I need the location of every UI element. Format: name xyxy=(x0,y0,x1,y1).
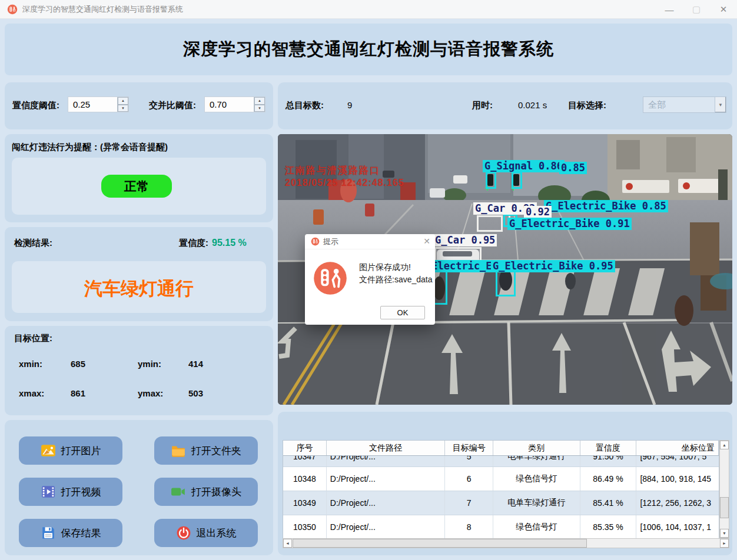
folder-icon xyxy=(171,443,186,458)
detection-label: G_Electric_Bike 0.91 xyxy=(507,218,632,230)
vertical-scrollbar[interactable]: ▲ ▼ xyxy=(719,440,729,538)
conf-threshold-label: 置信度阈值: xyxy=(12,100,59,111)
conf-threshold-spinbox[interactable]: 0.25 ▲▼ xyxy=(68,96,129,112)
horizontal-scroll-thumb[interactable] xyxy=(293,539,587,548)
dialog-message: 图片保存成功! 文件路径:save_data xyxy=(359,261,433,286)
detection-label: 0.92 xyxy=(524,206,552,218)
position-heading: 目标位置: xyxy=(14,333,52,344)
cell-coords: [1212, 256, 1262, 3 xyxy=(636,491,719,515)
results-table: 序号 文件路径 目标编号 类别 置信度 坐标位置 10347 D:/Projec… xyxy=(283,440,719,539)
cell-index: 10348 xyxy=(283,467,327,491)
iou-threshold-spinbox[interactable]: 0.70 ▲▼ xyxy=(204,96,265,112)
detection-label: G_Car 0.95 xyxy=(433,234,497,246)
spin-down-icon[interactable]: ▼ xyxy=(254,105,265,112)
results-table-panel: 序号 文件路径 目标编号 类别 置信度 坐标位置 10347 D:/Projec… xyxy=(278,412,732,555)
dialog-title: 提示 xyxy=(323,236,338,247)
cell-category: 电单车绿灯通行 xyxy=(493,456,580,467)
xmax-label: xmax: xyxy=(19,388,44,398)
total-targets-label: 总目标数: xyxy=(285,100,324,111)
chevron-down-icon[interactable]: ▼ xyxy=(715,97,726,112)
open-folder-button[interactable]: 打开文件夹 xyxy=(154,436,258,465)
target-select-value: 全部 xyxy=(643,97,715,112)
alert-panel: 闯红灯违法行为提醒：(异常会语音提醒) 正常 xyxy=(5,134,273,222)
col-header-category[interactable]: 类别 xyxy=(493,441,580,455)
xmin-value: 685 xyxy=(71,359,85,369)
scroll-right-icon[interactable]: ► xyxy=(720,539,729,548)
camera-location-overlay: 江南路与漕溪路路口 xyxy=(285,165,380,177)
iou-threshold-value[interactable]: 0.70 xyxy=(205,97,254,112)
dialog-logo-icon xyxy=(311,237,320,246)
cell-coords: [967, 554, 1007, 5 xyxy=(636,456,719,467)
open-video-button[interactable]: 打开视频 xyxy=(19,478,122,506)
confidence-value: 95.15 % xyxy=(212,238,247,248)
elapsed-time-value: 0.021 s xyxy=(518,100,547,110)
app-logo-icon xyxy=(7,4,18,15)
video-icon xyxy=(41,484,56,499)
page-title: 深度学习的智慧交通闯红灯检测与语音报警系统 xyxy=(183,38,554,61)
col-header-target-id[interactable]: 目标编号 xyxy=(445,441,493,455)
table-row[interactable]: 10350 D:/Project/... 8 绿色信号灯 85.35 % [10… xyxy=(283,515,719,539)
alert-status-badge: 正常 xyxy=(101,175,172,198)
cell-category: 绿色信号灯 xyxy=(493,515,580,539)
save-results-button[interactable]: 保存结果 xyxy=(19,519,122,547)
cell-index: 10347 xyxy=(283,456,327,467)
table-row[interactable]: 10347 D:/Project/... 5 电单车绿灯通行 91.50 % [… xyxy=(283,456,719,467)
window-title: 深度学习的智慧交通闯红灯检测与语音报警系统 xyxy=(22,4,183,15)
cell-target-id: 5 xyxy=(445,456,493,467)
cell-index: 10350 xyxy=(283,515,327,539)
spin-up-icon[interactable]: ▲ xyxy=(118,97,128,105)
image-icon xyxy=(41,443,56,458)
detection-box-car xyxy=(477,215,503,232)
iou-threshold-label: 交并比阈值: xyxy=(149,100,196,111)
col-header-confidence[interactable]: 置信度 xyxy=(580,441,637,455)
maximize-button[interactable]: ▢ xyxy=(683,0,710,19)
spin-down-icon[interactable]: ▼ xyxy=(118,105,128,112)
conf-threshold-value[interactable]: 0.25 xyxy=(68,97,117,112)
ok-button[interactable]: OK xyxy=(380,306,425,319)
dialog-close-icon[interactable]: ✕ xyxy=(423,236,430,246)
minimize-button[interactable]: — xyxy=(656,0,683,19)
scroll-left-icon[interactable]: ◄ xyxy=(283,539,292,548)
power-icon xyxy=(176,525,191,541)
stats-panel: 总目标数: 9 用时: 0.021 s 目标选择: 全部 ▼ xyxy=(278,82,732,129)
col-header-coords[interactable]: 坐标位置 xyxy=(636,441,719,455)
target-select-dropdown[interactable]: 全部 ▼ xyxy=(643,96,726,113)
header-banner: 深度学习的智慧交通闯红灯检测与语音报警系统 xyxy=(5,24,732,75)
table-row[interactable]: 10348 D:/Project/... 6 绿色信号灯 86.49 % [88… xyxy=(283,467,719,491)
horizontal-scrollbar[interactable]: ◄ ► xyxy=(283,538,729,548)
cell-coords: [1006, 104, 1037, 1 xyxy=(636,515,719,539)
table-row[interactable]: 10349 D:/Project/... 7 电单车绿灯通行 85.41 % [… xyxy=(283,491,719,515)
exit-system-button[interactable]: 退出系统 xyxy=(154,519,258,547)
close-button[interactable]: ✕ xyxy=(710,0,737,19)
ymax-value: 503 xyxy=(188,388,203,398)
dialog-message-line1: 图片保存成功! xyxy=(359,261,433,274)
cell-confidence: 91.50 % xyxy=(580,456,637,467)
col-header-filepath[interactable]: 文件路径 xyxy=(327,441,445,455)
actions-panel: 打开图片 打开文件夹 打开视频 打开摄像头 保存结果 xyxy=(5,420,273,555)
cell-confidence: 86.49 % xyxy=(580,467,637,491)
detection-label: G_Electric_Bike 0.95 xyxy=(491,260,615,272)
detection-label: G_Electric_Bike 0.85 xyxy=(544,200,668,212)
vertical-scroll-thumb[interactable] xyxy=(720,497,729,518)
open-image-label: 打开图片 xyxy=(61,444,101,458)
open-image-button[interactable]: 打开图片 xyxy=(19,436,122,465)
result-text-area: 汽车绿灯通行 xyxy=(12,261,266,313)
ymin-value: 414 xyxy=(188,359,203,369)
position-panel: 目标位置: xmin: 685 ymin: 414 xmax: 861 ymax… xyxy=(5,326,273,415)
cell-target-id: 6 xyxy=(445,467,493,491)
scroll-down-icon[interactable]: ▼ xyxy=(720,529,729,538)
scroll-up-icon[interactable]: ▲ xyxy=(720,441,729,449)
camera-timestamp-overlay: 2018/05/25 12:42:48.165 xyxy=(285,178,404,188)
message-dialog: 提示 ✕ 图片保存成功! 文件路径:save_data OK xyxy=(305,234,435,325)
result-text: 汽车绿灯通行 xyxy=(12,276,266,301)
result-label: 检测结果: xyxy=(14,238,52,249)
confidence-label: 置信度: xyxy=(179,238,208,249)
spin-up-icon[interactable]: ▲ xyxy=(254,97,265,105)
open-camera-button[interactable]: 打开摄像头 xyxy=(154,478,258,506)
col-header-index[interactable]: 序号 xyxy=(283,441,327,455)
detection-box-signal xyxy=(512,172,522,189)
elapsed-time-label: 用时: xyxy=(472,100,493,111)
cell-coords: [884, 100, 918, 145 xyxy=(636,467,719,491)
detection-box-signal xyxy=(486,172,496,189)
cell-index: 10349 xyxy=(283,491,327,515)
